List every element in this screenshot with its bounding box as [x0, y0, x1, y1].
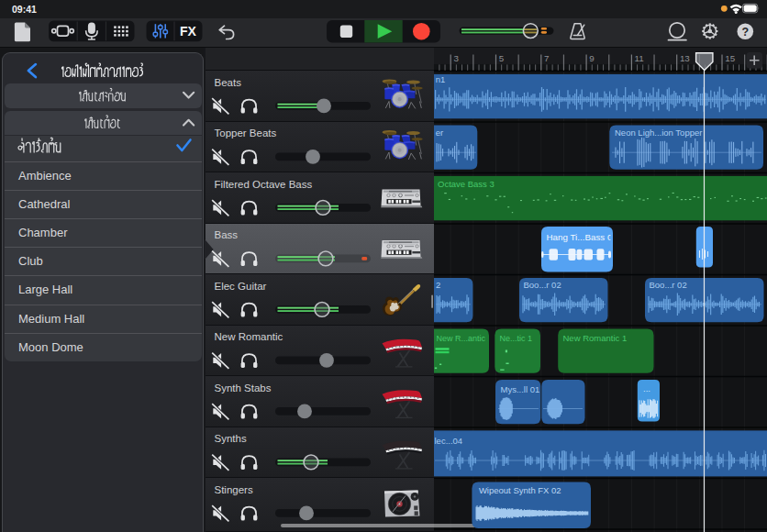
svg-text:Ne...tic 1: Ne...tic 1: [500, 334, 533, 343]
svg-text:n1: n1: [436, 74, 446, 84]
svg-text:?: ?: [741, 26, 749, 39]
svg-text:11: 11: [635, 53, 644, 63]
svg-text:lec...04: lec...04: [435, 436, 463, 446]
svg-text:Octave Bass 3: Octave Bass 3: [438, 179, 495, 189]
svg-text:...: ...: [643, 383, 650, 393]
svg-text:New Romantic 1: New Romantic 1: [563, 333, 628, 343]
svg-text:FX: FX: [180, 24, 197, 39]
svg-text:Hang Ti...Bass 02: Hang Ti...Bass 02: [547, 232, 617, 242]
svg-text:Wipeout Synth FX 02: Wipeout Synth FX 02: [479, 485, 561, 495]
svg-text:Neon Ligh...ion Topper: Neon Ligh...ion Topper: [615, 127, 702, 138]
svg-text:Boo...r 02: Boo...r 02: [650, 280, 687, 290]
svg-text:3: 3: [453, 53, 459, 63]
svg-text:13: 13: [680, 53, 690, 63]
svg-text:Mys...ll 01: Mys...ll 01: [501, 384, 540, 394]
svg-text:Boo...r 02: Boo...r 02: [524, 280, 561, 290]
svg-text:7: 7: [544, 53, 549, 63]
svg-text:2: 2: [436, 280, 440, 290]
svg-text:15: 15: [725, 53, 735, 63]
svg-text:5: 5: [499, 53, 505, 63]
svg-text:New R...antic 1: New R...antic 1: [437, 334, 493, 343]
svg-text:er: er: [436, 127, 443, 138]
svg-text:9: 9: [589, 53, 594, 63]
